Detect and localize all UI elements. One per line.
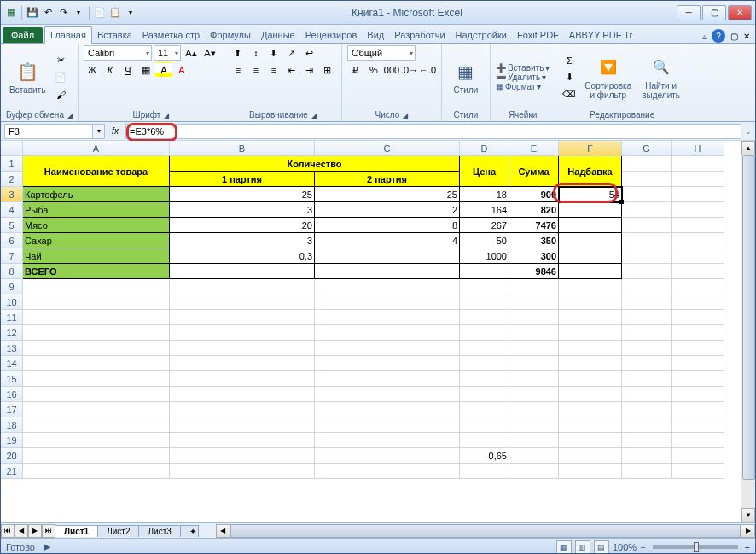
align-launcher-icon[interactable]: ◢ [311, 112, 317, 120]
page-break-view-icon[interactable]: ▤ [594, 540, 609, 554]
cell[interactable] [559, 433, 622, 448]
cell[interactable] [622, 248, 672, 264]
align-right-icon[interactable]: ≡ [265, 62, 282, 78]
tab-view[interactable]: Вид [362, 27, 389, 43]
cell[interactable] [622, 417, 672, 433]
cell[interactable] [23, 387, 170, 402]
cell[interactable] [622, 264, 672, 279]
cell[interactable] [315, 310, 460, 325]
cell[interactable] [23, 356, 170, 371]
cell[interactable]: 54 [559, 187, 622, 202]
cell[interactable] [672, 341, 724, 356]
cell[interactable] [23, 448, 170, 464]
styles-button[interactable]: ▦ Стили [447, 45, 485, 109]
align-top-icon[interactable]: ⬆ [230, 45, 247, 61]
cell[interactable] [559, 218, 622, 233]
cell[interactable] [559, 448, 622, 464]
cell[interactable] [509, 325, 559, 341]
sheet-tab-1[interactable]: Лист1 [55, 525, 98, 537]
cell[interactable]: 164 [460, 202, 509, 218]
cell[interactable] [460, 310, 509, 325]
cell[interactable] [315, 294, 460, 310]
cell[interactable] [315, 433, 460, 448]
cell[interactable] [170, 371, 315, 387]
percent-icon[interactable]: % [365, 62, 382, 78]
cell[interactable] [672, 279, 724, 294]
cell[interactable] [622, 172, 672, 187]
wrap-text-icon[interactable]: ↩ [301, 45, 318, 61]
cut-icon[interactable]: ✂ [52, 53, 69, 68]
scroll-down-icon[interactable]: ▼ [741, 508, 755, 522]
cell[interactable] [460, 464, 509, 479]
cell[interactable] [559, 248, 622, 264]
cell[interactable] [315, 464, 460, 479]
zoom-out-icon[interactable]: − [640, 542, 645, 552]
name-box[interactable]: F3 [4, 124, 93, 139]
cell[interactable]: Мясо [23, 218, 170, 233]
decrease-indent-icon[interactable]: ⇤ [283, 62, 300, 78]
cell[interactable]: Сумма [509, 156, 559, 187]
cell[interactable] [315, 264, 460, 279]
cell[interactable] [559, 202, 622, 218]
cell[interactable] [672, 464, 724, 479]
cell[interactable] [672, 417, 724, 433]
merge-icon[interactable]: ⊞ [319, 62, 336, 78]
tab-developer[interactable]: Разработчи [389, 27, 450, 43]
tab-foxit[interactable]: Foxit PDF [512, 27, 564, 43]
cell[interactable] [23, 310, 170, 325]
cell[interactable] [509, 294, 559, 310]
worksheet-grid[interactable]: ABCDEFGH1Наименование товараКоличествоЦе… [1, 141, 755, 522]
tab-abbyy[interactable]: ABBYY PDF Tr [564, 27, 637, 43]
sheet-nav-next-icon[interactable]: ▶ [28, 524, 42, 538]
orientation-icon[interactable]: ↗ [283, 45, 300, 61]
increase-indent-icon[interactable]: ⇥ [301, 62, 318, 78]
cell[interactable] [315, 248, 460, 264]
row-header[interactable]: 11 [1, 310, 23, 325]
save-icon[interactable]: 💾 [26, 6, 39, 20]
format-cells-button[interactable]: ▦Формат ▾ [496, 82, 550, 91]
expand-formula-bar-icon[interactable]: ⌄ [741, 127, 755, 136]
cell[interactable]: 1 партия [170, 172, 315, 187]
minimize-button[interactable]: ─ [677, 5, 701, 20]
cell[interactable]: 900 [509, 187, 559, 202]
cell[interactable]: 8 [315, 218, 460, 233]
cell[interactable]: 1000 [460, 248, 509, 264]
cell[interactable] [622, 187, 672, 202]
cell[interactable] [622, 433, 672, 448]
row-header[interactable]: 5 [1, 218, 23, 233]
copy-icon[interactable]: 📄 [52, 70, 69, 85]
font-launcher-icon[interactable]: ◢ [164, 112, 169, 120]
cell[interactable] [509, 310, 559, 325]
cell[interactable] [559, 294, 622, 310]
cell[interactable] [622, 279, 672, 294]
row-header[interactable]: 12 [1, 325, 23, 341]
tab-data[interactable]: Данные [256, 27, 300, 43]
column-header[interactable]: G [622, 141, 672, 156]
cell[interactable] [170, 279, 315, 294]
cell[interactable] [672, 156, 724, 172]
cell[interactable] [315, 371, 460, 387]
cell[interactable] [23, 294, 170, 310]
cell[interactable] [460, 371, 509, 387]
cell[interactable] [622, 156, 672, 172]
fx-icon[interactable]: fx [108, 125, 122, 138]
row-header[interactable]: 10 [1, 294, 23, 310]
cell[interactable] [559, 325, 622, 341]
cell[interactable] [315, 325, 460, 341]
qat-custom1-icon[interactable]: 📄 [93, 6, 107, 20]
cell[interactable] [559, 371, 622, 387]
cell[interactable]: Сахар [23, 233, 170, 248]
cell[interactable] [315, 387, 460, 402]
cell[interactable]: 7476 [509, 218, 559, 233]
cell[interactable] [559, 356, 622, 371]
cell[interactable] [559, 264, 622, 279]
qat-custom2-icon[interactable]: 📋 [108, 6, 122, 20]
cell[interactable] [672, 371, 724, 387]
cell[interactable] [460, 387, 509, 402]
cell[interactable] [315, 279, 460, 294]
italic-button[interactable]: К [102, 62, 119, 78]
cell[interactable]: 3 [170, 233, 315, 248]
window-inner-close-icon[interactable]: ✕ [743, 32, 750, 41]
row-header[interactable]: 15 [1, 371, 23, 387]
row-header[interactable]: 4 [1, 202, 23, 218]
